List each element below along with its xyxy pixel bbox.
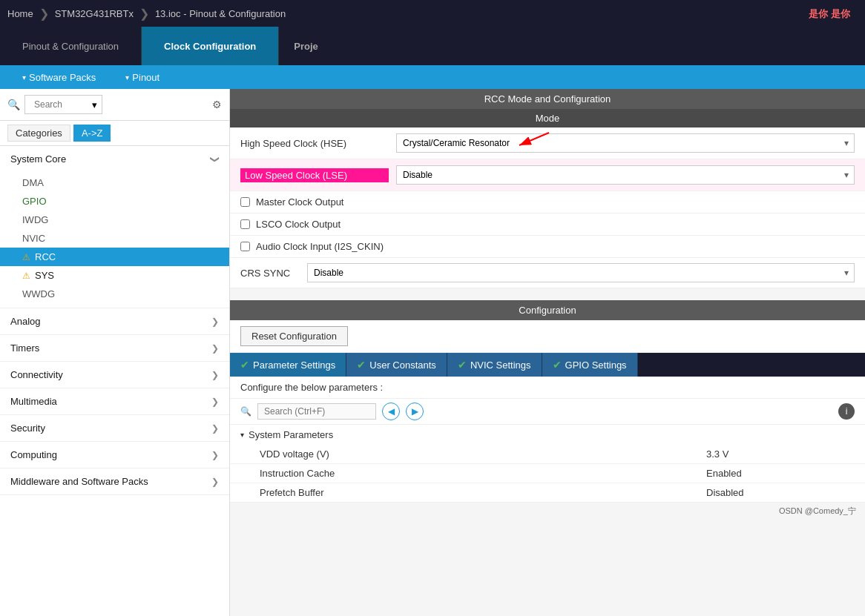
search-icon[interactable]: 🔍 (7, 99, 20, 110)
params-nav-prev-button[interactable]: ◀ (382, 403, 400, 420)
sub-nav-software-packs-arrow: ▾ (22, 73, 26, 82)
tab-project[interactable]: Proje (279, 27, 865, 65)
sidebar-section-timers-header[interactable]: Timers ❯ (0, 335, 229, 361)
warning-icon-sys: ⚠ (22, 271, 30, 281)
sidebar-item-gpio[interactable]: GPIO (0, 192, 229, 211)
lsco-clock-checkbox[interactable] (240, 219, 250, 229)
sidebar-item-rcc[interactable]: ⚠ RCC (0, 248, 229, 266)
sidebar-section-security: Security ❯ (0, 415, 229, 442)
lse-select-wrapper[interactable]: Disable BYPASS Clock Source Crystal/Cera… (396, 165, 855, 185)
crs-sync-select[interactable]: Disable USB LSE GPIO (307, 263, 855, 282)
sidebar: 🔍 ▾ ⚙ Categories A->Z System Core ❯ DMA (0, 89, 230, 616)
sidebar-search-dropdown[interactable]: ▾ (24, 95, 102, 114)
system-params-header[interactable]: ▾ System Parameters (230, 425, 865, 445)
sidebar-item-nvic[interactable]: NVIC (0, 229, 229, 248)
sidebar-section-multimedia: Multimedia ❯ (0, 388, 229, 415)
chevron-right-icon-3: ❯ (211, 370, 219, 380)
dropdown-arrow-icon: ▾ (92, 99, 97, 110)
breadcrumb-chip-label: STM32G431RBTx (55, 8, 134, 19)
sidebar-item-sys[interactable]: ⚠ SYS (0, 266, 229, 285)
audio-clock-label[interactable]: Audio Clock Input (I2S_CKIN) (256, 241, 384, 252)
crs-sync-row: CRS SYNC Disable USB LSE GPIO (230, 258, 865, 288)
config-section: Configuration Reset Configuration ✔ Para… (230, 300, 865, 503)
breadcrumb-home[interactable]: Home (7, 8, 33, 19)
sidebar-search-row: 🔍 ▾ ⚙ (0, 89, 229, 121)
system-params-section: ▾ System Parameters VDD voltage (V) 3.3 … (230, 425, 865, 503)
breadcrumb-file[interactable]: 13.ioc - Pinout & Configuration (155, 8, 286, 19)
main-layout: 🔍 ▾ ⚙ Categories A->Z System Core ❯ DMA (0, 89, 865, 616)
param-name-prefetch: Prefetch Buffer (260, 487, 706, 498)
lse-label: Low Speed Clock (LSE) (240, 168, 389, 182)
sidebar-section-middleware: Middleware and Software Packs ❯ (0, 468, 229, 495)
sidebar-section-connectivity-header[interactable]: Connectivity ❯ (0, 362, 229, 388)
param-value-prefetch: Disabled (706, 487, 855, 498)
sub-nav-bar: ▾ Software Packs ▾ Pinout (0, 65, 865, 89)
breadcrumb-chip[interactable]: STM32G431RBTx (55, 8, 134, 19)
info-button[interactable]: i (838, 403, 855, 420)
sidebar-section-analog: Analog ❯ (0, 308, 229, 335)
tab-clock[interactable]: Clock Configuration (142, 27, 279, 65)
lsco-clock-label[interactable]: LSCO Clock Output (256, 219, 341, 230)
sub-nav-pinout-arrow: ▾ (125, 73, 129, 82)
audio-clock-checkbox[interactable] (240, 242, 250, 251)
params-search-input[interactable] (257, 403, 376, 420)
hse-select[interactable]: Crystal/Ceramic Resonator Disable BYPASS… (396, 133, 855, 153)
sidebar-section-timers: Timers ❯ (0, 335, 229, 362)
params-info: Configure the below parameters : (230, 377, 865, 399)
tab-parameter-settings[interactable]: ✔ Parameter Settings (230, 353, 346, 377)
crs-sync-label: CRS SYNC (240, 268, 300, 279)
master-clock-label[interactable]: Master Clock Output (256, 196, 344, 208)
chevron-right-icon: ❯ (211, 317, 219, 327)
sidebar-section-system-core-header[interactable]: System Core ❯ (0, 146, 229, 172)
chevron-down-icon: ❯ (210, 156, 220, 163)
sidebar-section-connectivity: Connectivity ❯ (0, 362, 229, 388)
sidebar-section-analog-header[interactable]: Analog ❯ (0, 308, 229, 334)
param-row-prefetch: Prefetch Buffer Disabled (230, 483, 865, 503)
sidebar-item-dma[interactable]: DMA (0, 173, 229, 192)
check-icon-user: ✔ (357, 359, 366, 371)
sidebar-section-system-core: System Core ❯ DMA GPIO IWDG NVIC ⚠ RCC ⚠… (0, 146, 229, 308)
hse-label: High Speed Clock (HSE) (240, 138, 389, 149)
param-name-icache: Instruction Cache (260, 468, 706, 479)
reset-configuration-button[interactable]: Reset Configuration (240, 326, 348, 346)
master-clock-checkbox[interactable] (240, 197, 250, 207)
hse-row: High Speed Clock (HSE) C (230, 127, 865, 159)
sub-nav-software-packs[interactable]: ▾ Software Packs (22, 72, 96, 83)
sidebar-section-multimedia-header[interactable]: Multimedia ❯ (0, 388, 229, 414)
crs-select-wrapper[interactable]: Disable USB LSE GPIO (307, 263, 855, 282)
sidebar-section-security-header[interactable]: Security ❯ (0, 415, 229, 441)
hse-select-wrapper[interactable]: Crystal/Ceramic Resonator Disable BYPASS… (396, 133, 855, 153)
sidebar-section-computing: Computing ❯ (0, 442, 229, 468)
lse-select[interactable]: Disable BYPASS Clock Source Crystal/Cera… (396, 165, 855, 185)
sidebar-item-wwdg[interactable]: WWDG (0, 285, 229, 303)
chevron-right-icon-6: ❯ (211, 450, 219, 460)
chevron-right-icon-5: ❯ (211, 423, 219, 434)
breadcrumb-chinese: 是你 是你 (809, 7, 850, 21)
chevron-right-icon-2: ❯ (211, 343, 219, 354)
breadcrumb-bar: Home ❯ STM32G431RBTx ❯ 13.ioc - Pinout &… (0, 0, 865, 27)
sub-nav-pinout[interactable]: ▾ Pinout (125, 72, 159, 83)
tab-pinout[interactable]: Pinout & Configuration (0, 27, 142, 65)
param-row-vdd: VDD voltage (V) 3.3 V (230, 445, 865, 464)
watermark: OSDN @Comedy_宁 (230, 503, 865, 520)
audio-clock-input-row: Audio Clock Input (I2S_CKIN) (230, 236, 865, 258)
check-icon-gpio: ✔ (553, 359, 562, 371)
warning-icon-rcc: ⚠ (22, 252, 30, 262)
gear-icon[interactable]: ⚙ (212, 99, 222, 110)
config-tabs: ✔ Parameter Settings ✔ User Constants ✔ … (230, 353, 865, 377)
lse-row: Low Speed Clock (LSE) Disable BYPASS Clo… (230, 159, 865, 191)
tab-gpio-settings[interactable]: ✔ GPIO Settings (542, 353, 638, 377)
params-nav-next-button[interactable]: ▶ (406, 403, 424, 420)
sidebar-section-middleware-header[interactable]: Middleware and Software Packs ❯ (0, 468, 229, 494)
search-input[interactable] (30, 97, 89, 112)
content-area: RCC Mode and Configuration Mode High Spe… (230, 89, 865, 616)
check-icon-params: ✔ (240, 359, 249, 371)
sidebar-section-computing-header[interactable]: Computing ❯ (0, 442, 229, 468)
param-name-vdd: VDD voltage (V) (260, 448, 706, 460)
tab-nvic-settings[interactable]: ✔ NVIC Settings (447, 353, 542, 377)
tab-az[interactable]: A->Z (73, 125, 111, 142)
sidebar-item-iwdg[interactable]: IWDG (0, 211, 229, 229)
tab-user-constants[interactable]: ✔ User Constants (346, 353, 447, 377)
tab-categories[interactable]: Categories (7, 125, 70, 142)
param-value-icache: Enabled (706, 468, 855, 479)
